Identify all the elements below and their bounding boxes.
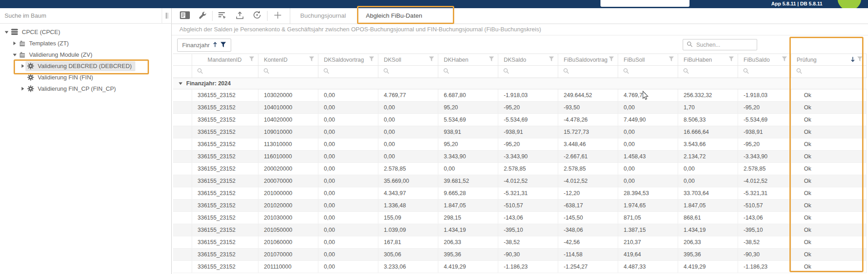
column-header-fibusaldo[interactable]: FiBuSaldo	[738, 54, 791, 65]
table-row[interactable]: 336155_231521160100000,000,003.343,90-3.…	[173, 151, 867, 163]
apply-sort-button[interactable]	[214, 8, 231, 24]
filter-cell-fibuhaben[interactable]	[678, 66, 738, 78]
table-row[interactable]: 336155_231522010300000,00155,09298,15-14…	[173, 212, 867, 224]
page-description: Abgleich der Salden je Personenkonto & G…	[172, 24, 868, 35]
filter-cell-mandantenid[interactable]	[192, 66, 258, 78]
selected-node-highlight[interactable]: Validierung DEBCRED (DEBCRED)	[25, 61, 135, 71]
table-row[interactable]: 336155_231522010200000,001.336,481.847,0…	[173, 200, 867, 212]
column-header-dkhaben[interactable]: DKHaben	[438, 54, 498, 65]
group-collapse-icon[interactable]	[179, 80, 183, 87]
filter-cell-kontenid[interactable]	[258, 66, 318, 78]
tree-node-label: CPCE (CPCE)	[22, 29, 60, 35]
expand-icon[interactable]	[20, 64, 25, 68]
expand-icon[interactable]	[20, 87, 25, 91]
table-search-input[interactable]	[695, 41, 750, 49]
table-row[interactable]: 336155_231521030200000,004.769,776.687,8…	[173, 89, 867, 102]
expand-icon[interactable]	[12, 41, 17, 45]
table-row[interactable]: 336155_231521130100000,000,0095,20-95,20…	[173, 138, 867, 151]
table-row[interactable]: 336155_231522011100000,003.233,064.419,2…	[173, 261, 867, 273]
table-row[interactable]: 336155_231522000700000,0035.669,0039.681…	[173, 175, 867, 187]
cell-fibusaldo: -938,91	[738, 126, 791, 138]
column-header-mandantenid[interactable]: MandantenID	[192, 54, 258, 65]
filter-funnel-icon[interactable]	[429, 56, 434, 63]
filter-funnel-icon[interactable]	[549, 56, 554, 63]
column-header-dksaldo[interactable]: DKSaldo	[498, 54, 558, 65]
collapse-icon[interactable]	[12, 53, 17, 57]
group-chip-finanzjahr[interactable]: Finanzjahr	[177, 39, 231, 52]
filter-funnel-icon[interactable]	[857, 56, 863, 63]
collapse-icon[interactable]	[4, 30, 9, 34]
table-row[interactable]: 336155_231521090100000,000,00938,91-938,…	[173, 126, 867, 138]
cell-prüfung: Ok	[791, 163, 867, 175]
filter-funnel-icon[interactable]	[369, 56, 374, 63]
filter-cell-dksaldovortrag[interactable]	[318, 66, 378, 78]
export-button[interactable]	[231, 8, 248, 24]
filter-funnel-icon[interactable]	[729, 56, 734, 63]
filter-funnel-active-icon[interactable]	[220, 42, 226, 49]
filter-funnel-icon[interactable]	[782, 56, 787, 63]
group-indent-header	[173, 54, 192, 65]
cell-dksaldo: 2.578,85	[498, 163, 558, 175]
filter-cell-prüfung[interactable]	[791, 66, 867, 78]
table-row[interactable]: 336155_231522010000000,004.343,979.665,2…	[173, 187, 867, 200]
column-header-fibusoll[interactable]: FiBuSoll	[618, 54, 678, 65]
tree-node-templates[interactable]: Templates (ZT)	[0, 38, 171, 49]
settings-button[interactable]	[193, 8, 211, 24]
cell-kontenid: 104020000	[258, 114, 318, 126]
column-header-prüfung[interactable]: Prüfung	[791, 54, 867, 65]
filter-funnel-icon[interactable]	[249, 56, 254, 63]
cell-fibusaldovortrag: 3.448,46	[558, 138, 618, 150]
table-row[interactable]: 336155_231522010500000,001.039,091.434,1…	[173, 224, 867, 236]
cell-dksaldo: -5.321,31	[498, 187, 558, 199]
tree-node-validierung[interactable]: Validierung FIN_CP (FIN_CP)	[0, 83, 171, 94]
global-search-input[interactable]	[600, 0, 689, 7]
filter-funnel-icon[interactable]	[669, 56, 674, 63]
filter-funnel-icon[interactable]	[609, 56, 614, 63]
table-row[interactable]: 336155_231521040100000,000,0095,20-95,20…	[173, 102, 867, 114]
column-header-dksoll[interactable]: DKSoll	[378, 54, 438, 65]
filter-funnel-icon[interactable]	[309, 56, 314, 63]
tree-node-validierung[interactable]: Validierung FIN (FIN)	[0, 72, 171, 83]
row-indent-cell	[173, 187, 192, 199]
cell-fibusaldo: -395,10	[738, 224, 791, 236]
filter-cell-dksaldo[interactable]	[498, 66, 558, 78]
cell-dksaldo: -938,91	[498, 126, 558, 138]
add-new-button[interactable]	[269, 8, 286, 24]
column-header-dksaldovortrag[interactable]: DKSaldovortrag	[318, 54, 378, 65]
filter-funnel-icon[interactable]	[489, 56, 494, 63]
toolbar: Buchungsjournal Abgleich FiBu-Daten	[172, 8, 868, 24]
tree-node-validierung[interactable]: Validierung DEBCRED (DEBCRED)	[0, 60, 171, 72]
cell-prüfung: Ok	[791, 261, 867, 273]
history-restore-icon	[253, 10, 262, 21]
table-row[interactable]: 336155_231522010700000,00305,06395,36-90…	[173, 249, 867, 261]
table-search-field[interactable]	[683, 39, 757, 50]
tab-abgleich-fibu-daten[interactable]: Abgleich FiBu-Daten	[356, 8, 432, 24]
filter-cell-fibusaldo[interactable]	[738, 66, 791, 78]
table-row[interactable]: 336155_231522000200000,002.578,850,002.5…	[173, 163, 867, 175]
column-header-fibusaldovortrag[interactable]: FiBuSaldovortrag	[558, 54, 618, 65]
tree-node-cpce[interactable]: CPCE (CPCE)	[0, 26, 171, 38]
history-button[interactable]	[248, 8, 266, 24]
group-row-finanzjahr[interactable]: Finanzjahr: 2024	[173, 78, 867, 89]
table-row[interactable]: 336155_231521040200000,000,005.534,69-5.…	[173, 114, 867, 126]
cell-dkhaben: 3.343,90	[438, 151, 498, 162]
tab-buchungsjournal[interactable]: Buchungsjournal	[290, 8, 356, 24]
table-row[interactable]: 336155_231522010600000,00167,81206,33-38…	[173, 236, 867, 249]
tree-search-input[interactable]	[4, 12, 154, 20]
card-view-button[interactable]	[176, 8, 193, 24]
sidebar-splitter-handle[interactable]	[162, 8, 172, 24]
toolbar-divider	[267, 11, 268, 21]
tree-search-field[interactable]	[0, 8, 162, 24]
cell-mandantenid: 336155_23152	[192, 163, 258, 175]
cell-fibusaldo: -4.012,52	[738, 175, 791, 187]
filter-cell-dkhaben[interactable]	[438, 66, 498, 78]
filter-cell-fibusoll[interactable]	[618, 66, 678, 78]
sort-asc-icon[interactable]	[213, 42, 217, 49]
cell-dksaldovortrag: 0,00	[318, 163, 378, 175]
filter-cell-dksoll[interactable]	[378, 66, 438, 78]
column-header-kontenid[interactable]: KontenID	[258, 54, 318, 65]
column-header-fibuhaben[interactable]: FiBuHaben	[678, 54, 738, 65]
cell-fibusoll: 210,37	[618, 236, 678, 248]
filter-cell-fibusaldovortrag[interactable]	[558, 66, 618, 78]
tree-node-validierung[interactable]: Validierung Module (ZV)	[0, 49, 171, 60]
